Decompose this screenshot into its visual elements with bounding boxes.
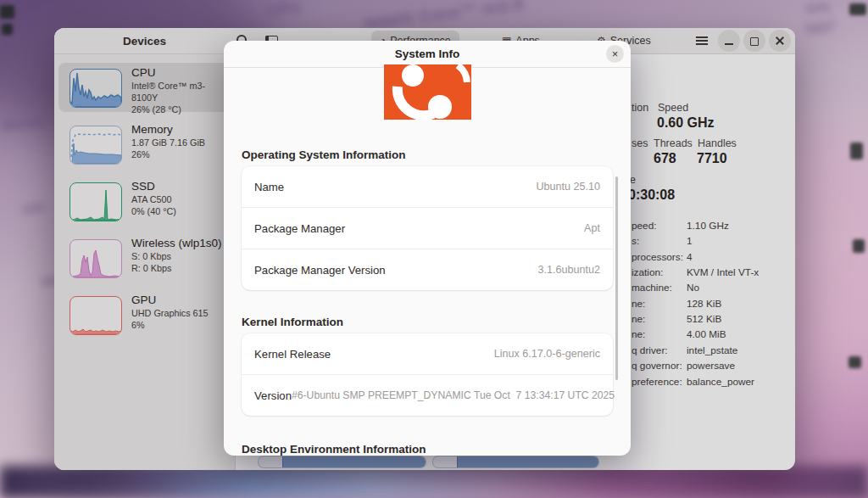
wallpaper-ghost-text: GHz — [804, 0, 832, 16]
section-heading-desktop-environment: Desktop Environment Information — [242, 443, 426, 456]
desktop-edge-icon — [2, 24, 13, 35]
info-row-name: Name Ubuntu 25.10 — [242, 166, 613, 208]
row-label: Kernel Release — [254, 348, 331, 361]
close-icon: × — [612, 48, 619, 60]
row-value: #6-Ubuntu SMP PREEMPT_DYNAMIC Tue Oct 7 … — [292, 389, 615, 401]
desktop-edge-icon — [849, 356, 861, 368]
info-row-kernel-version: Version #6-Ubuntu SMP PREEMPT_DYNAMIC Tu… — [242, 375, 613, 416]
desktop-edge-icon — [850, 143, 863, 159]
info-row-package-manager-version: Package Manager Version 3.1.6ubuntu2 — [242, 249, 613, 290]
os-info-card: Name Ubuntu 25.10 Package Manager Apt Pa… — [242, 166, 613, 290]
desktop-edge-icon — [849, 3, 866, 15]
dialog-scrollbar[interactable] — [615, 176, 618, 380]
row-label: Version — [254, 389, 292, 402]
row-label: Package Manager Version — [254, 264, 386, 277]
desktop-edge-icon — [853, 239, 865, 253]
background-bottom-strip — [0, 466, 868, 498]
section-heading-kernel: Kernel Information — [242, 316, 343, 328]
row-value: Linux 6.17.0-6-generic — [494, 348, 600, 360]
system-info-dialog: System Info × Operating System Informati… — [224, 41, 631, 456]
row-value: Apt — [584, 222, 600, 234]
row-label: Name — [254, 181, 284, 193]
wallpaper-ghost-text: SSD — [21, 200, 45, 215]
dialog-close-button[interactable]: × — [606, 45, 624, 63]
row-value: Ubuntu 25.10 — [536, 181, 600, 193]
dialog-title: System Info — [395, 48, 460, 60]
ubuntu-logo — [384, 64, 471, 120]
section-heading-os: Operating System Information — [242, 148, 406, 161]
row-value: 3.1.6ubuntu2 — [537, 264, 600, 276]
row-label: Package Manager — [254, 222, 345, 235]
info-row-package-manager: Package Manager Apt — [242, 208, 613, 249]
wallpaper-ghost-text: CPU — [266, 0, 303, 20]
info-row-kernel-release: Kernel Release Linux 6.17.0-6-generic — [242, 333, 613, 375]
kernel-info-card: Kernel Release Linux 6.17.0-6-generic Ve… — [242, 333, 613, 416]
desktop-edge-icon — [0, 5, 14, 19]
wallpaper-ghost-text: 7657 — [803, 19, 837, 39]
